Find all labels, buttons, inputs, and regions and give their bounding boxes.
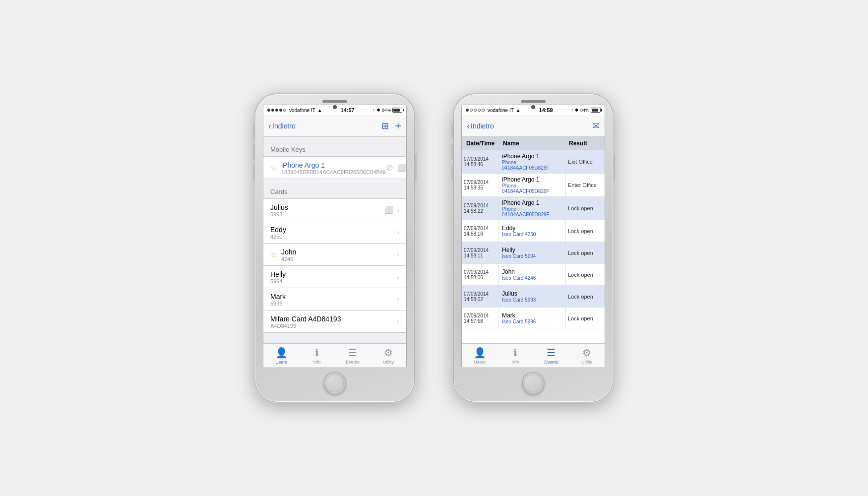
mifare-title: Mifare Card A4D84193 bbox=[270, 312, 397, 323]
battery-icon bbox=[392, 108, 402, 113]
tab-users-2[interactable]: 👤 Users bbox=[462, 347, 497, 365]
event-datetime-7: 07/09/201414:58:02 bbox=[462, 286, 499, 307]
event-name-8: Mark bbox=[502, 312, 562, 319]
tab-info-1[interactable]: ℹ Info bbox=[299, 347, 335, 365]
users-tab-label-2: Users bbox=[474, 360, 486, 365]
utility-tab-label-2: Utility bbox=[581, 360, 592, 365]
event-row[interactable]: 07/09/201414:57:58 Mark Iseo Card 5996 L… bbox=[462, 308, 605, 329]
table-row[interactable]: ☆ iPhone Argo 1 1839045DF0B14AC4AC9F8265… bbox=[263, 157, 406, 179]
users-tab-icon: 👤 bbox=[275, 347, 288, 359]
users-tab-label: Users bbox=[275, 360, 287, 365]
event-datetime-2: 07/09/201414:58:35 bbox=[462, 174, 499, 196]
chevron-right-icon: › bbox=[397, 250, 399, 258]
wifi-icon: ▲ bbox=[317, 108, 322, 113]
wifi-icon-2: ▲ bbox=[516, 108, 521, 113]
tab-events-1[interactable]: ☰ Events bbox=[335, 347, 371, 365]
event-detail-4: Iseo Card 4250 bbox=[502, 232, 562, 237]
event-row[interactable]: 07/09/201414:58:02 Julius Iseo Card 5993… bbox=[462, 286, 605, 308]
event-datetime-8: 07/09/201414:57:58 bbox=[462, 308, 499, 329]
event-name-5: Helly bbox=[502, 247, 562, 253]
carrier-label-2: vodafone IT bbox=[488, 108, 514, 113]
phone-1-bottom bbox=[260, 368, 409, 397]
time-display-2: 14:59 bbox=[539, 107, 553, 113]
phone-1-screen: vodafone IT ▲ 14:57 ↑ ✱ 84% ‹ Indietro bbox=[263, 105, 407, 368]
julius-subtitle: 5993 bbox=[270, 211, 384, 219]
earpiece bbox=[322, 100, 347, 103]
star-icon[interactable]: ☆ bbox=[270, 163, 277, 173]
back-button-2[interactable]: ‹ Indietro bbox=[467, 122, 494, 130]
phones-container: vodafone IT ▲ 14:57 ↑ ✱ 84% ‹ Indietro bbox=[255, 94, 613, 402]
event-row[interactable]: 07/09/201414:58:16 Eddy Iseo Card 4250 L… bbox=[462, 220, 605, 242]
home-button-1[interactable] bbox=[323, 372, 346, 395]
event-name-4: Eddy bbox=[502, 225, 562, 232]
tab-info-2[interactable]: ℹ Info bbox=[497, 347, 533, 365]
back-label-1: Indietro bbox=[272, 122, 296, 130]
event-name-2: iPhone Argo 1 bbox=[502, 176, 562, 183]
tab-utility-2[interactable]: ⚙ Utility bbox=[569, 347, 605, 365]
event-row[interactable]: 07/09/201414:58:35 iPhone Argo 1 Phone 0… bbox=[462, 174, 605, 197]
events-header-row: Date/Time Name Result bbox=[462, 137, 605, 150]
chevron-right-icon: › bbox=[397, 206, 399, 214]
earpiece-2 bbox=[521, 100, 546, 103]
info-tab-label-2: Info bbox=[511, 360, 519, 365]
battery-percent-2: 84% bbox=[580, 108, 589, 113]
envelope-icon[interactable]: ✉ bbox=[592, 121, 600, 131]
back-label-2: Indietro bbox=[471, 122, 494, 130]
back-button-1[interactable]: ‹ Indietro bbox=[268, 122, 296, 130]
utility-tab-label: Utility bbox=[383, 360, 394, 365]
copy-icon[interactable]: ⬜ bbox=[397, 164, 406, 172]
camera-icon bbox=[333, 105, 337, 109]
event-row[interactable]: 07/09/201414:58:46 iPhone Argo 1 Phone 0… bbox=[462, 150, 605, 174]
tab-events-2[interactable]: ☰ Events bbox=[533, 347, 569, 365]
info-tab-label: Info bbox=[313, 360, 320, 365]
home-button-2[interactable] bbox=[522, 372, 545, 395]
event-row[interactable]: 07/09/201414:58:22 iPhone Argo 1 Phone 0… bbox=[462, 197, 605, 220]
battery-icon-2 bbox=[591, 108, 601, 113]
no-entry-icon: ⊘ bbox=[386, 162, 393, 173]
phone-2: vodafone IT ▲ 14:59 ↑ ✱ 84% ‹ Indietro bbox=[454, 94, 613, 402]
eddy-title: Eddy bbox=[270, 223, 397, 234]
signal-dots-2 bbox=[466, 109, 485, 112]
event-result-5: Lock open bbox=[566, 242, 605, 263]
tab-bar-2: 👤 Users ℹ Info ☰ Events ⚙ Utility bbox=[462, 343, 605, 368]
event-row[interactable]: 07/09/201414:58:06 John Iseo Card 4246 L… bbox=[462, 264, 605, 286]
content-area-1: Mobile Keys ☆ iPhone Argo 1 1839045DF0B1… bbox=[263, 137, 406, 343]
helly-title: Helly bbox=[270, 267, 397, 278]
events-tab-label: Events bbox=[346, 360, 360, 365]
events-table: Date/Time Name Result 07/09/201414:58:46… bbox=[462, 137, 605, 343]
col-header-name: Name bbox=[499, 137, 566, 150]
event-datetime-6: 07/09/201414:58:06 bbox=[462, 264, 499, 285]
home-button-inner-2 bbox=[524, 374, 542, 392]
phone-2-bottom bbox=[459, 368, 608, 397]
event-result-6: Lock open bbox=[566, 264, 605, 285]
event-result-4: Lock open bbox=[566, 220, 605, 242]
star-icon-john[interactable]: ☆ bbox=[270, 250, 277, 259]
event-name-3: iPhone Argo 1 bbox=[502, 199, 562, 206]
table-row[interactable]: Mark 5996 › bbox=[263, 288, 406, 310]
john-title: John bbox=[281, 245, 397, 256]
copy-icon-julius[interactable]: ⬜ bbox=[384, 206, 393, 214]
list-icon[interactable]: ⊞ bbox=[381, 121, 389, 131]
table-row[interactable]: Mifare Card A4D84193 A4D84193 › bbox=[263, 310, 406, 332]
tab-utility-1[interactable]: ⚙ Utility bbox=[371, 347, 406, 365]
tab-users-1[interactable]: 👤 Users bbox=[263, 347, 299, 365]
bluetooth-icon-2: ✱ bbox=[575, 108, 579, 113]
nav-bar-2: ‹ Indietro ✉ bbox=[462, 115, 605, 137]
event-result-1: Exit Office bbox=[566, 150, 605, 173]
table-row[interactable]: ☆ John 4246 › bbox=[263, 244, 406, 266]
chevron-right-icon: › bbox=[397, 273, 399, 281]
col-header-result: Result bbox=[566, 137, 605, 150]
table-row[interactable]: Julius 5993 ⬜ › bbox=[263, 199, 406, 221]
event-row[interactable]: 07/09/201414:58:11 Helly Iseo Card 5994 … bbox=[462, 242, 605, 264]
time-display: 14:57 bbox=[341, 107, 355, 113]
camera-icon-2 bbox=[531, 105, 535, 109]
table-row[interactable]: Eddy 4250 › bbox=[263, 221, 406, 244]
helly-subtitle: 5994 bbox=[270, 278, 397, 286]
plus-icon[interactable]: + bbox=[395, 120, 401, 132]
location-icon: ↑ bbox=[372, 108, 375, 113]
event-detail-8: Iseo Card 5996 bbox=[502, 319, 562, 324]
julius-title: Julius bbox=[270, 200, 384, 211]
event-datetime-1: 07/09/201414:58:46 bbox=[462, 150, 499, 173]
table-row[interactable]: Helly 5994 › bbox=[263, 266, 406, 288]
event-detail-7: Iseo Card 5993 bbox=[502, 297, 562, 303]
